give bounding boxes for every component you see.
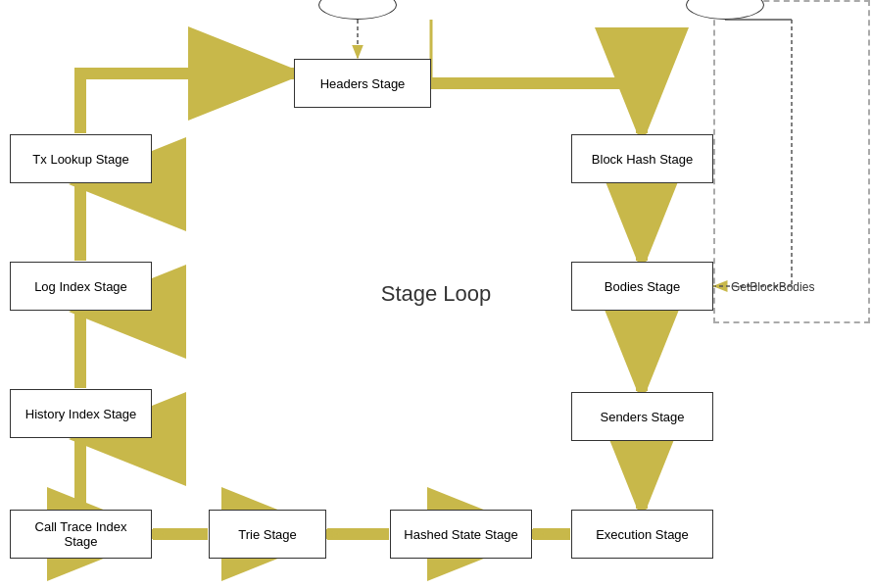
senders-stage: Senders Stage — [571, 392, 713, 441]
block-hash-stage-label: Block Hash Stage — [592, 152, 693, 167]
history-index-stage: History Index Stage — [10, 389, 152, 438]
hashed-state-stage: Hashed State Stage — [390, 510, 532, 559]
get-block-bodies-label: GetBlockBodies — [731, 280, 814, 294]
bodies-stage-label: Bodies Stage — [605, 279, 680, 294]
trie-stage: Trie Stage — [209, 510, 326, 559]
senders-stage-label: Senders Stage — [600, 410, 684, 424]
log-index-stage-label: Log Index Stage — [34, 279, 127, 294]
call-trace-stage-label: Call Trace Index Stage — [17, 519, 145, 549]
headers-stage-label: Headers Stage — [320, 76, 406, 91]
call-trace-stage: Call Trace Index Stage — [10, 510, 152, 559]
execution-stage: Execution Stage — [571, 510, 713, 559]
tx-lookup-stage: Tx Lookup Stage — [10, 134, 152, 183]
headers-stage: Headers Stage — [294, 59, 431, 108]
stage-loop-diagram: Headers Stage Block Hash Stage Bodies St… — [0, 0, 872, 588]
trie-stage-label: Trie Stage — [238, 527, 297, 542]
log-index-stage: Log Index Stage — [10, 262, 152, 311]
hashed-state-stage-label: Hashed State Stage — [404, 527, 517, 542]
history-index-stage-label: History Index Stage — [25, 407, 136, 421]
execution-stage-label: Execution Stage — [596, 527, 689, 542]
tx-lookup-stage-label: Tx Lookup Stage — [32, 152, 128, 167]
bodies-stage: Bodies Stage — [571, 262, 713, 311]
block-hash-stage: Block Hash Stage — [571, 134, 713, 183]
